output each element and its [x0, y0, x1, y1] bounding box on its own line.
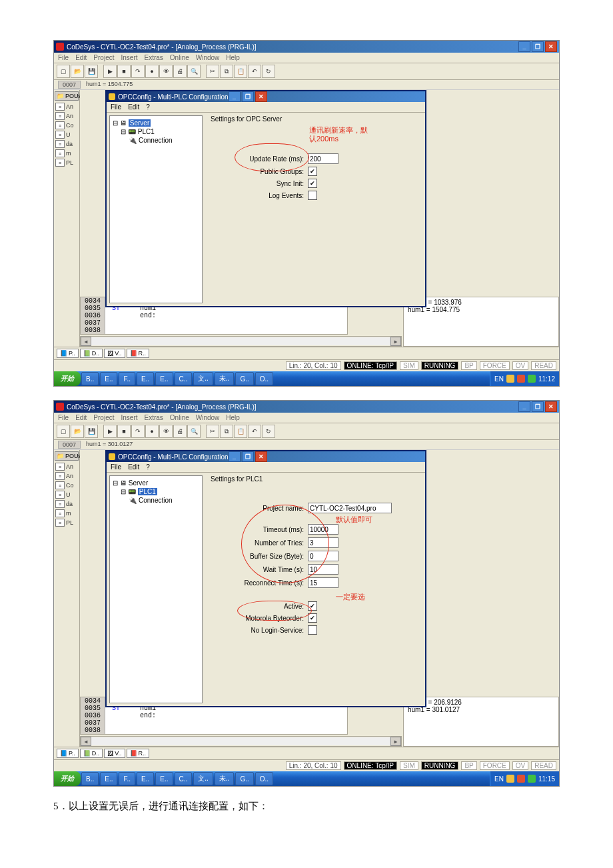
opc-minimize-button[interactable]: _	[229, 451, 241, 462]
menu-window[interactable]: Window	[196, 54, 220, 61]
public-groups-checkbox[interactable]: ✔	[308, 167, 317, 176]
tool-undo[interactable]: ↶	[248, 425, 261, 438]
sidebar-item[interactable]: ≡An	[54, 471, 79, 481]
menu-extras[interactable]: Extras	[145, 414, 163, 421]
opc-menu-edit[interactable]: Edit	[128, 103, 139, 111]
menu-file[interactable]: File	[58, 414, 69, 421]
tool-stop[interactable]: ■	[117, 425, 131, 438]
taskbar-item[interactable]: E..	[155, 372, 173, 385]
sidebar-item[interactable]: ≡Co	[54, 121, 79, 130]
start-button[interactable]: 开始	[54, 771, 81, 786]
sidebar-item[interactable]: ≡Co	[54, 481, 79, 490]
opc-maximize-button[interactable]: ❐	[242, 91, 254, 102]
tray-icon[interactable]	[506, 375, 514, 383]
tab-data[interactable]: 📗 D..	[80, 749, 103, 758]
taskbar-item[interactable]: B..	[81, 372, 99, 385]
menu-insert[interactable]: Insert	[121, 54, 137, 61]
taskbar-item[interactable]: G..	[235, 772, 253, 785]
taskbar-item[interactable]: 文..	[193, 372, 213, 385]
tab-visual[interactable]: 🖼 V..	[104, 749, 125, 758]
tool-run[interactable]: ▶	[103, 65, 117, 78]
tool-breakpoint[interactable]: ●	[145, 425, 159, 438]
tool-watch[interactable]: 👁	[159, 65, 173, 78]
tool-find[interactable]: 🔍	[187, 425, 201, 438]
menu-help[interactable]: Help	[226, 414, 240, 421]
tool-find[interactable]: 🔍	[187, 65, 201, 78]
opc-menu-help[interactable]: ?	[146, 463, 150, 471]
tool-cut[interactable]: ✂	[206, 425, 219, 438]
opc-close-button[interactable]: ✕	[255, 451, 267, 462]
tab-pous[interactable]: 📘 P..	[57, 749, 79, 758]
sidebar-item[interactable]: ≡U	[54, 130, 79, 139]
tool-new[interactable]: ▢	[57, 65, 70, 78]
minimize-button[interactable]: _	[518, 401, 530, 412]
tray-icon[interactable]	[506, 775, 514, 783]
tree-server[interactable]: ⊟ 🖥 Server	[113, 479, 199, 487]
tray-icon[interactable]	[528, 375, 536, 383]
menu-project[interactable]: Project	[93, 414, 114, 421]
sidebar-item[interactable]: ≡An	[54, 102, 79, 111]
taskbar-item[interactable]: 文..	[193, 772, 213, 785]
tries-input[interactable]	[308, 537, 338, 548]
project-input[interactable]	[308, 503, 392, 513]
timeout-input[interactable]	[308, 524, 338, 535]
sidebar-item[interactable]: ≡m	[54, 149, 79, 158]
sidebar-item[interactable]: ≡An	[54, 111, 79, 121]
motorola-checkbox[interactable]: ✔	[308, 613, 317, 623]
tool-new[interactable]: ▢	[57, 425, 70, 438]
sidebar-item[interactable]: ≡PL	[54, 158, 79, 167]
taskbar-item[interactable]: C..	[175, 772, 193, 785]
tool-run[interactable]: ▶	[103, 425, 117, 438]
tool-print[interactable]: 🖨	[173, 65, 187, 78]
tool-print[interactable]: 🖨	[173, 425, 187, 438]
taskbar-item[interactable]: E..	[100, 372, 117, 385]
taskbar-item[interactable]: E..	[155, 772, 173, 785]
sidebar-item[interactable]: ≡da	[54, 139, 79, 149]
tray-icon[interactable]	[528, 775, 536, 783]
menu-project[interactable]: Project	[93, 54, 114, 61]
taskbar-item[interactable]: O..	[255, 372, 273, 385]
opc-menu-help[interactable]: ?	[146, 103, 150, 111]
opc-minimize-button[interactable]: _	[229, 91, 241, 102]
menu-file[interactable]: File	[58, 54, 69, 61]
sidebar-item[interactable]: ≡m	[54, 509, 79, 518]
tool-stop[interactable]: ■	[117, 65, 131, 78]
maximize-button[interactable]: ❐	[532, 401, 544, 412]
tree-plc1[interactable]: ⊟ 📟 PLC1	[113, 487, 199, 496]
tool-cut[interactable]: ✂	[206, 65, 219, 78]
tray-lang[interactable]: EN	[494, 375, 504, 383]
tool-save[interactable]: 💾	[85, 65, 98, 78]
tool-copy[interactable]: ⧉	[220, 425, 233, 438]
taskbar-item[interactable]: B..	[81, 772, 99, 785]
wait-input[interactable]	[308, 564, 338, 575]
active-checkbox[interactable]: ✔	[308, 601, 317, 611]
tab-resources[interactable]: 📕 R..	[127, 749, 150, 758]
taskbar-item[interactable]: C..	[175, 372, 193, 385]
tray-icon[interactable]	[517, 775, 525, 783]
buffer-input[interactable]	[308, 551, 338, 561]
tool-copy[interactable]: ⧉	[220, 65, 233, 78]
opc-close-button[interactable]: ✕	[255, 91, 267, 102]
taskbar-item[interactable]: F..	[119, 372, 135, 385]
start-button[interactable]: 开始	[54, 371, 81, 386]
tool-paste[interactable]: 📋	[234, 65, 247, 78]
tray-icon[interactable]	[517, 375, 525, 383]
tool-redo[interactable]: ↻	[262, 65, 275, 78]
menu-help[interactable]: Help	[226, 54, 240, 61]
opc-menu-file[interactable]: File	[111, 463, 121, 471]
taskbar-item[interactable]: F..	[119, 772, 135, 785]
sidebar-item[interactable]: ≡U	[54, 490, 79, 499]
tool-redo[interactable]: ↻	[262, 425, 275, 438]
tray-lang[interactable]: EN	[494, 775, 504, 783]
maximize-button[interactable]: ❐	[532, 41, 544, 52]
tab-pous[interactable]: 📘 P..	[57, 349, 79, 358]
minimize-button[interactable]: _	[518, 41, 530, 52]
tool-paste[interactable]: 📋	[234, 425, 247, 438]
menu-online[interactable]: Online	[170, 414, 189, 421]
taskbar-item[interactable]: 未..	[215, 772, 235, 785]
update-rate-input[interactable]	[308, 153, 338, 164]
close-button[interactable]: ✕	[545, 401, 557, 412]
menu-window[interactable]: Window	[196, 414, 220, 421]
taskbar-item[interactable]: G..	[235, 372, 253, 385]
opc-menu-edit[interactable]: Edit	[128, 463, 139, 471]
